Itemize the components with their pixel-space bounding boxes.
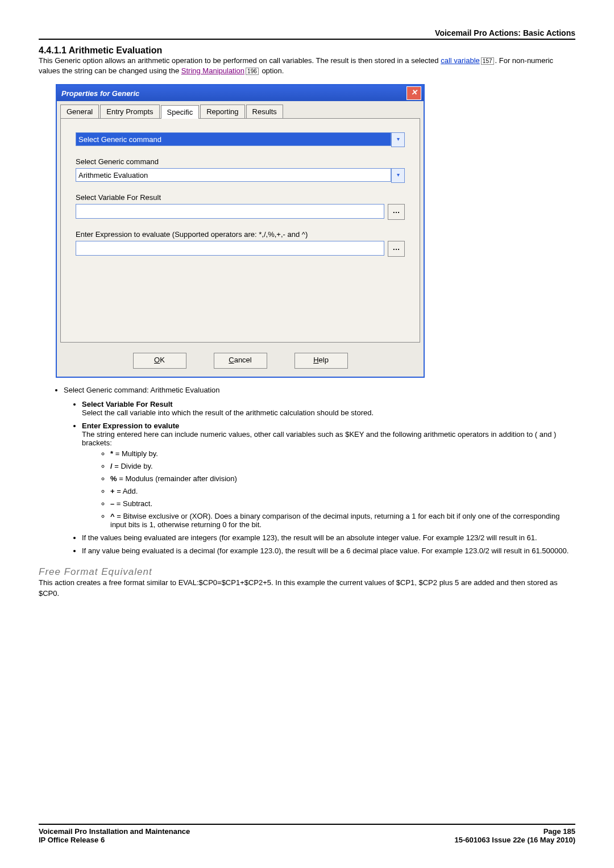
dialog-panel: ▾ Select Generic command ▾ Select Variab… xyxy=(60,118,420,343)
expr-text: The string entered here can include nume… xyxy=(82,430,556,447)
expression-label: Enter Expression to evaluate (Supported … xyxy=(76,230,405,239)
dialog-button-row: OK Cancel Help xyxy=(57,346,424,377)
string-manipulation-link[interactable]: String Manipulation xyxy=(181,66,244,75)
dialog-titlebar: Properties for Generic ✕ xyxy=(57,85,424,101)
op-desc: = Subtract. xyxy=(114,499,152,508)
doc-list-sub: Select Variable For Result Select the ca… xyxy=(82,400,575,555)
chevron-down-icon[interactable]: ▾ xyxy=(391,168,405,183)
browse-variable-button[interactable]: … xyxy=(388,204,405,220)
free-format-text: This action creates a free format simila… xyxy=(39,578,575,598)
string-manipulation-pageref: 196 xyxy=(246,68,259,75)
list-item: Select Generic command: Arithmetic Evalu… xyxy=(64,386,575,394)
list-item: * = Multiply by. xyxy=(110,449,575,458)
tab-reporting[interactable]: Reporting xyxy=(200,105,244,118)
tab-general[interactable]: General xyxy=(60,105,99,118)
list-item: / = Divide by. xyxy=(110,462,575,470)
list-item: If any value being evaluated is a decima… xyxy=(82,546,575,555)
intro-text-a: This Generic option allows an arithmetic… xyxy=(39,56,441,65)
dialog-tabs: General Entry Prompts Specific Reporting… xyxy=(57,101,424,118)
ok-button[interactable]: OK xyxy=(133,353,186,369)
free-format-heading: Free Format Equivalent xyxy=(39,566,575,578)
tab-reporting-label: Reporting xyxy=(206,107,238,116)
op-key: % xyxy=(110,474,117,483)
chevron-down-icon[interactable]: ▾ xyxy=(391,132,405,147)
call-variable-link[interactable]: call variable xyxy=(441,56,480,65)
footer-rule xyxy=(39,824,575,825)
cancel-button[interactable]: Cancel xyxy=(214,353,267,369)
footer-left-2: IP Office Release 6 xyxy=(39,836,105,844)
op-key: ^ xyxy=(110,512,115,520)
tab-results-label: Results xyxy=(252,107,277,116)
page-footer: Voicemail Pro Installation and Maintenan… xyxy=(39,824,575,844)
tab-results[interactable]: Results xyxy=(246,105,283,118)
tab-specific[interactable]: Specific xyxy=(161,105,200,119)
call-variable-pageref: 157 xyxy=(481,57,494,65)
generic-command-label: Select Generic command xyxy=(76,157,405,166)
generic-command-combo[interactable]: ▾ xyxy=(76,168,405,183)
operator-list: * = Multiply by. / = Divide by. % = Modu… xyxy=(110,449,575,529)
list-item: Enter Expression to evalute The string e… xyxy=(82,422,575,529)
svfr-label: Select Variable For Result xyxy=(82,400,173,408)
expr-label: Enter Expression to evalute xyxy=(82,422,179,430)
header-rule xyxy=(39,39,575,40)
footer-right-2: 15-601063 Issue 22e (16 May 2010) xyxy=(455,836,576,844)
close-icon[interactable]: ✕ xyxy=(406,86,421,100)
tab-specific-label: Specific xyxy=(167,108,193,116)
list-item: If the values being evaluated are intege… xyxy=(82,533,575,542)
op-desc: = Modulus (remainder after division) xyxy=(117,474,237,483)
footer-left-1: Voicemail Pro Installation and Maintenan… xyxy=(39,827,190,836)
tab-entry-label: Entry Prompts xyxy=(106,107,153,116)
generic-command-combo-top[interactable]: ▾ xyxy=(76,132,405,147)
list-item: ^ = Bitwise exclusive or (XOR). Does a b… xyxy=(110,512,575,529)
expression-input[interactable] xyxy=(76,241,384,256)
op-desc: = Bitwise exclusive or (XOR). Does a bin… xyxy=(110,512,560,529)
generic-command-input-top[interactable] xyxy=(76,132,391,146)
tab-general-label: General xyxy=(67,107,93,116)
dialog-title: Properties for Generic xyxy=(59,89,406,98)
op-desc: = Add. xyxy=(115,487,138,495)
svfr-text: Select the call variable into which the … xyxy=(82,408,374,417)
section-heading: 4.4.1.1 Arithmetic Evaluation xyxy=(39,45,575,56)
op-desc: = Multiply by. xyxy=(113,449,158,458)
list-item: + = Add. xyxy=(110,487,575,495)
generic-command-input[interactable] xyxy=(76,168,391,182)
intro-text-c: option. xyxy=(260,66,284,75)
footer-right-1: Page 185 xyxy=(544,827,575,836)
op-desc: = Divide by. xyxy=(113,462,153,470)
tab-entry-prompts[interactable]: Entry Prompts xyxy=(100,105,159,118)
properties-dialog: Properties for Generic ✕ General Entry P… xyxy=(56,84,425,378)
header-category: Voicemail Pro Actions: Basic Actions xyxy=(39,28,575,39)
doc-list-top: Select Generic command: Arithmetic Evalu… xyxy=(64,386,575,394)
variable-result-input[interactable] xyxy=(76,204,384,219)
op-key: + xyxy=(110,487,115,495)
list-item: Select Variable For Result Select the ca… xyxy=(82,400,575,417)
variable-result-label: Select Variable For Result xyxy=(76,193,405,202)
help-button[interactable]: Help xyxy=(294,353,348,369)
list-item: – = Subtract. xyxy=(110,499,575,508)
browse-expression-button[interactable]: … xyxy=(388,241,405,257)
list-item: % = Modulus (remainder after division) xyxy=(110,474,575,483)
intro-paragraph: This Generic option allows an arithmetic… xyxy=(39,56,575,76)
